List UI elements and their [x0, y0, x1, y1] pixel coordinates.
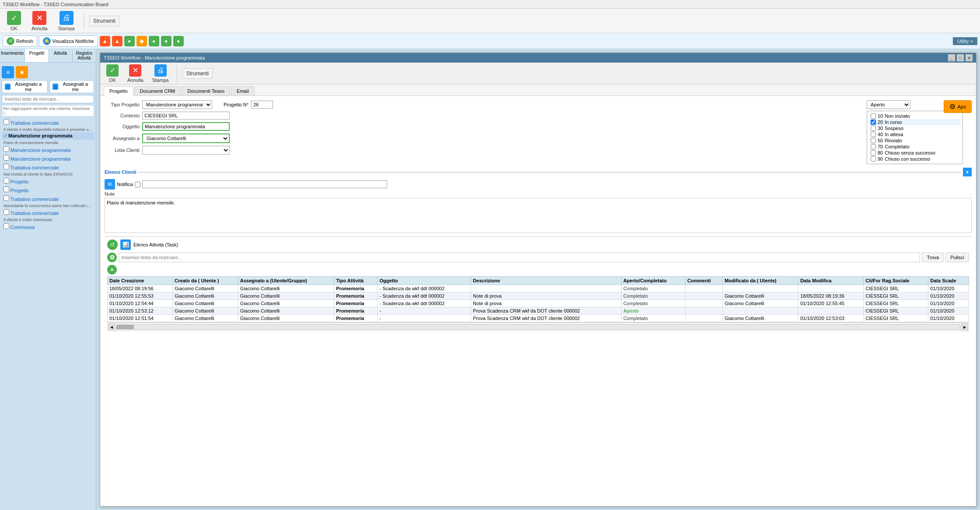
modal-close-btn[interactable]: ✕ — [966, 54, 973, 61]
open-button[interactable]: ⚙ Apri — [944, 100, 972, 113]
item-checkbox-13[interactable] — [4, 209, 9, 215]
stampa-button[interactable]: 🖨 Stampa — [55, 9, 78, 33]
modal-stampa-icon: 🖨 — [154, 64, 167, 77]
modal-annulla-button[interactable]: ✕ Annulla — [125, 63, 146, 84]
nav-icon-7[interactable]: ● — [173, 36, 184, 46]
ok-button[interactable]: ✓ OK — [4, 9, 24, 33]
add-activity-button[interactable]: + — [107, 265, 117, 274]
hscroll-track[interactable] — [116, 324, 960, 330]
list-item-1[interactable]: Trattativa commerciale — [2, 118, 94, 127]
item-checkbox-7[interactable] — [4, 164, 9, 169]
item-checkbox-11[interactable] — [4, 195, 9, 201]
table-row[interactable]: 01/10/2020 12:54:44 Giacomo Cottarelli G… — [108, 300, 969, 307]
nav-bar: ↺ Refresh 🔔 Visualizza Notifiche ▲ ▲ ● ◆… — [0, 33, 980, 49]
modal-ok-button[interactable]: ✓ OK — [104, 63, 121, 84]
hscroll-left[interactable]: ◀ — [108, 324, 115, 331]
cell-desc: Note di prova — [471, 300, 622, 307]
list-item-3[interactable]: ✓Manutenzione programmata — [2, 132, 94, 140]
modal-content: Tipo Progetto Manutenzione programmat Pr… — [100, 96, 976, 506]
assegnati-a-me-btn[interactable]: 👤 Assegnati a me — [49, 80, 94, 93]
item-checkbox-6[interactable] — [4, 155, 9, 161]
tab-documenti-teseo[interactable]: Documenti Teseo — [182, 86, 230, 95]
item-checkbox-10[interactable] — [4, 186, 9, 192]
tab-registro[interactable]: Registro Attività — [73, 49, 96, 62]
status-cb-30[interactable] — [871, 126, 876, 131]
oggetto-input[interactable] — [142, 122, 230, 131]
utility-button[interactable]: Utility » — [953, 37, 977, 45]
list-item-9[interactable]: Progetto — [2, 177, 94, 186]
cell-cli-for: CIESSEGI SRL — [864, 300, 928, 307]
pulisci-button[interactable]: Pulisci — [945, 253, 969, 262]
list-item-10[interactable]: Progetto — [2, 186, 94, 194]
elenco-down-button[interactable]: ▼ — [963, 168, 972, 176]
note-textarea[interactable]: Piano di manutenzione mensile. — [105, 198, 972, 233]
status-cb-40[interactable] — [871, 132, 876, 137]
nav-icon-6[interactable]: ● — [161, 36, 172, 46]
table-row[interactable]: 18/05/2022 08:19:56 Giacomo Cottarelli G… — [108, 285, 969, 292]
left-search-input[interactable] — [2, 95, 94, 103]
nav-icon-4[interactable]: ◆ — [136, 36, 147, 46]
item-checkbox-1[interactable] — [4, 119, 9, 125]
progetto-n-input[interactable] — [251, 101, 273, 109]
tab-attivita[interactable]: Attività — [49, 49, 73, 62]
item-checkbox-5[interactable] — [4, 146, 9, 152]
tab-email[interactable]: Email — [231, 86, 255, 95]
status-cb-20[interactable] — [871, 120, 876, 125]
form-area: Tipo Progetto Manutenzione programmat Pr… — [105, 100, 862, 164]
status-cb-10[interactable] — [871, 113, 876, 119]
cell-mod-da: Giacomo Cottarelli — [723, 300, 798, 307]
table-row[interactable]: 01/10/2020 12:53:12 Giacomo Cottarelli G… — [108, 307, 969, 315]
visualizza-button[interactable]: 🔔 Visualizza Notifiche — [39, 35, 98, 47]
item-checkbox-9[interactable] — [4, 178, 9, 183]
modal-maximize-btn[interactable]: □ — [957, 54, 964, 61]
nav-icon-2[interactable]: ▲ — [112, 36, 122, 46]
assegnato-a-me-btn[interactable]: 👤 Assegnato a me — [2, 80, 48, 93]
list-item-13[interactable]: Trattativa commerciale — [2, 208, 94, 217]
list-icon-1[interactable]: ≡ — [2, 66, 14, 78]
tipo-progetto-select[interactable]: Manutenzione programmat — [142, 100, 212, 109]
tab-inserimento[interactable]: Inserimento — [0, 49, 25, 62]
status-cb-50[interactable] — [871, 138, 876, 143]
tab-progetto[interactable]: Progetto — [104, 86, 133, 96]
status-cb-90[interactable] — [871, 156, 876, 162]
assegnato-select[interactable]: Giacomo Cottarelli — [142, 134, 230, 143]
modal-strumenti-button[interactable]: Strumenti — [182, 68, 213, 79]
tab-progetti[interactable]: Progetti — [25, 49, 49, 62]
annulla-button[interactable]: ✕ Annulla — [28, 9, 51, 33]
trova-button[interactable]: Trova — [922, 253, 944, 262]
strumenti-button[interactable]: Strumenti — [89, 16, 119, 26]
activity-search-input[interactable] — [119, 253, 920, 262]
list-icon-2[interactable]: ★ — [16, 66, 28, 78]
cell-mod-da: Giacomo Cottarelli — [723, 292, 798, 300]
list-item-7[interactable]: Trattativa commerciale — [2, 163, 94, 172]
list-item-6[interactable]: Manutenzione programmata — [2, 154, 94, 163]
cell-date: 01/10/2020 12:55:53 — [108, 292, 173, 300]
status-cb-80[interactable] — [871, 150, 876, 155]
person-icon-2: 👤 — [52, 84, 58, 90]
col-data-modifica: Data Modifica — [798, 277, 864, 285]
notifica-input[interactable] — [142, 180, 387, 188]
notifica-checkbox[interactable] — [135, 182, 140, 187]
modal-stampa-button[interactable]: 🖨 Stampa — [150, 63, 172, 84]
list-item-11[interactable]: Trattativa commerciale — [2, 194, 94, 203]
col-creato-da: Creato da ( Utente ) — [173, 277, 238, 285]
table-row[interactable]: 01/10/2020 12:55:53 Giacomo Cottarelli G… — [108, 292, 969, 300]
list-item-15[interactable]: Commessa — [2, 222, 94, 231]
nav-icon-5[interactable]: ● — [149, 36, 159, 46]
table-row[interactable]: 01/10/2020 12:51:54 Giacomo Cottarelli G… — [108, 315, 969, 322]
item-checkbox-15[interactable] — [4, 223, 9, 229]
hscroll-thumb[interactable] — [116, 325, 134, 329]
status-dropdown[interactable]: Aperto — [867, 100, 910, 109]
cell-data-mod — [798, 285, 864, 292]
tab-documenti-crm[interactable]: Documenti CRM — [134, 86, 181, 95]
list-item-5[interactable]: Manutenzione programmata — [2, 145, 94, 154]
lista-clienti-select[interactable] — [142, 146, 230, 155]
nav-icon-3[interactable]: ● — [124, 36, 135, 46]
hscroll: ◀ ▶ — [107, 322, 969, 331]
status-cb-70[interactable] — [871, 144, 876, 149]
contesto-input[interactable] — [142, 112, 230, 120]
modal-minimize-btn[interactable]: _ — [948, 54, 955, 61]
nav-icon-1[interactable]: ▲ — [100, 36, 110, 46]
refresh-button[interactable]: ↺ Refresh — [3, 35, 37, 47]
hscroll-right[interactable]: ▶ — [961, 324, 968, 331]
